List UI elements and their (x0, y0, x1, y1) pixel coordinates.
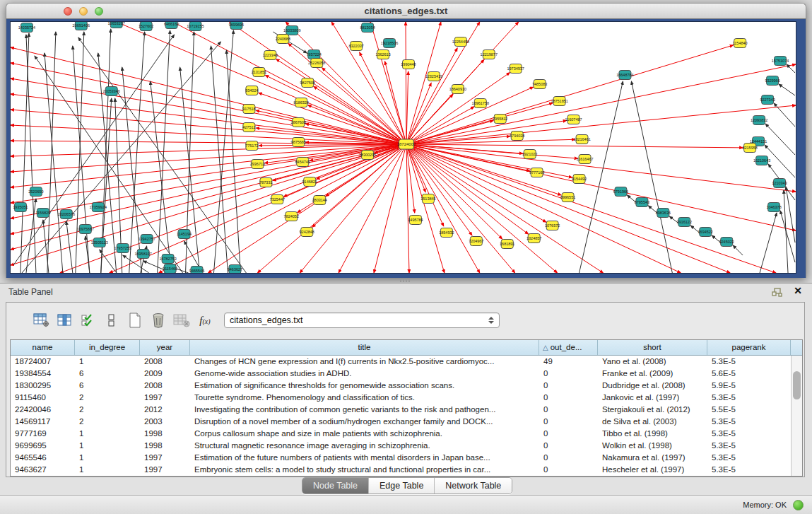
select-all-icon[interactable] (78, 311, 98, 329)
network-node[interactable]: 1990448 (401, 60, 416, 69)
network-node[interactable]: 16210643 (753, 156, 770, 165)
network-node[interactable]: 16648784 (616, 71, 633, 80)
column-header[interactable]: title (190, 340, 539, 355)
table-browser-icon[interactable] (55, 311, 75, 329)
network-node[interactable]: 2803144 (312, 196, 327, 205)
network-node[interactable]: 11607487 (565, 115, 582, 124)
network-node[interactable]: 9242848 (300, 228, 314, 237)
network-node[interactable]: 1681891 (500, 240, 514, 249)
network-node[interactable]: 7325447 (270, 195, 285, 204)
column-header[interactable]: pagerank (707, 340, 791, 355)
network-node[interactable]: 1156829 (35, 209, 50, 218)
network-node[interactable]: 13505113 (91, 238, 108, 247)
network-window-titlebar[interactable]: citations_edges.txt (6, 3, 806, 19)
network-node[interactable]: 11616467 (577, 155, 594, 164)
network-node[interactable]: 12093832 (751, 116, 767, 125)
network-node[interactable]: 3916122 (677, 218, 692, 227)
network-node[interactable]: 2240688 (276, 35, 290, 44)
network-node[interactable]: 12325419 (425, 72, 442, 81)
table-row[interactable]: 969969511998Structural magnetic resonanc… (11, 440, 802, 452)
network-node[interactable]: 775172 (245, 141, 258, 151)
column-header[interactable]: △out_de... (539, 340, 598, 355)
network-node[interactable]: 1527602 (139, 22, 153, 31)
table-row[interactable]: 1872400712008Changes of HCN gene express… (11, 356, 802, 368)
float-panel-icon[interactable] (772, 287, 782, 296)
network-node[interactable]: 917518 (242, 105, 255, 114)
network-node[interactable]: 1854932 (439, 228, 454, 238)
table-row[interactable]: 2242004622012Investigating the contribut… (11, 404, 802, 416)
column-header[interactable]: in_degree (75, 340, 140, 355)
network-node[interactable]: 10653287 (108, 22, 125, 28)
network-node[interactable]: 13942757 (138, 235, 155, 244)
function-builder-icon[interactable]: f(x) (195, 311, 215, 329)
network-node[interactable]: 1921022 (522, 150, 537, 159)
network-node[interactable]: 427512 (242, 123, 255, 132)
network-node[interactable]: 6791966 (613, 187, 628, 197)
network-node[interactable]: 18640910 (449, 85, 466, 94)
column-header[interactable]: year (140, 340, 190, 355)
network-node[interactable]: 8996551 (560, 193, 575, 202)
network-node[interactable]: 17359924 (90, 203, 107, 212)
network-node[interactable]: 1076572 (545, 221, 560, 230)
network-node[interactable]: 9875685 (291, 138, 306, 147)
panel-resize-grip[interactable] (400, 279, 411, 282)
column-header[interactable]: short (598, 340, 707, 355)
table-row[interactable]: 1830029562008Estimation of significance … (11, 380, 802, 392)
network-node[interactable]: 9154492 (572, 175, 587, 184)
zoom-button[interactable] (95, 7, 103, 16)
table-row[interactable]: 911546021997Tourette syndrome. Phenomeno… (11, 392, 802, 404)
tab-network-table[interactable]: Network Table (434, 478, 512, 493)
table-select[interactable]: citations_edges.txt (224, 313, 500, 328)
network-node[interactable]: 9699695 (229, 22, 244, 30)
table-row[interactable]: 977716911998Corpus callosum shape and si… (11, 428, 802, 440)
network-node[interactable]: 20206576 (58, 210, 75, 219)
network-node[interactable]: 15751074 (772, 57, 789, 66)
network-node[interactable]: 18724007 (397, 139, 416, 149)
delete-table-icon[interactable] (172, 311, 192, 329)
network-node[interactable]: 1154840 (733, 39, 748, 48)
network-node[interactable]: 1513845 (420, 194, 435, 204)
network-canvas[interactable]: 1403572420691406106532871527602646616010… (10, 21, 796, 274)
unselect-all-icon[interactable] (102, 311, 122, 329)
table-settings-icon[interactable] (32, 311, 52, 329)
network-node[interactable]: 8322037 (348, 42, 363, 51)
network-node[interactable]: 18751851 (551, 97, 567, 106)
network-node[interactable]: 787331 (259, 178, 272, 187)
network-node[interactable]: 9329966 (765, 76, 779, 86)
vertical-scrollbar[interactable] (791, 356, 802, 476)
network-node[interactable]: 12219877 (481, 50, 498, 59)
delete-attribute-icon[interactable] (148, 311, 168, 329)
close-button[interactable] (64, 7, 72, 16)
network-node[interactable]: 9245022 (719, 238, 734, 247)
new-attribute-icon[interactable] (125, 311, 145, 329)
network-node[interactable]: 8186328 (294, 98, 309, 107)
network-node[interactable]: 16958107 (134, 250, 151, 259)
network-node[interactable]: 1935051 (13, 203, 28, 212)
network-node[interactable]: 16961758 (472, 99, 489, 108)
network-node[interactable]: 25226058 (308, 59, 325, 68)
network-node[interactable]: 10719155 (187, 22, 204, 31)
network-node[interactable]: 7204967 (469, 237, 483, 246)
scrollbar-thumb[interactable] (793, 371, 801, 399)
network-node[interactable]: 8813054 (360, 23, 375, 33)
network-node[interactable]: 1495784 (408, 216, 423, 225)
minimize-button[interactable] (79, 7, 88, 16)
network-node[interactable]: 9465546 (189, 267, 204, 274)
network-node[interactable]: 2936713 (250, 160, 265, 169)
network-node[interactable]: 8983636 (656, 209, 671, 218)
network-node[interactable]: 1362615 (375, 50, 390, 59)
network-node[interactable]: 9115460 (163, 264, 177, 274)
network-node[interactable]: 1223343 (263, 51, 278, 60)
network-node[interactable]: 8454749 (295, 158, 310, 167)
network-node[interactable]: 934024 (245, 86, 258, 95)
network-node[interactable]: 16782753 (159, 255, 176, 264)
network-node[interactable]: 8795543 (635, 198, 649, 207)
network-node[interactable]: 20691406 (73, 22, 90, 30)
close-panel-icon[interactable]: ✕ (794, 285, 802, 296)
network-node[interactable]: 13216461 (573, 135, 590, 144)
network-node[interactable]: 9463627 (228, 265, 242, 274)
table-row[interactable]: 946362711997Embryonic stem cells: a mode… (11, 464, 802, 476)
network-node[interactable]: 9777169 (529, 168, 544, 177)
network-node[interactable]: 7955812 (493, 115, 507, 124)
network-node[interactable]: 14035724 (18, 23, 35, 33)
